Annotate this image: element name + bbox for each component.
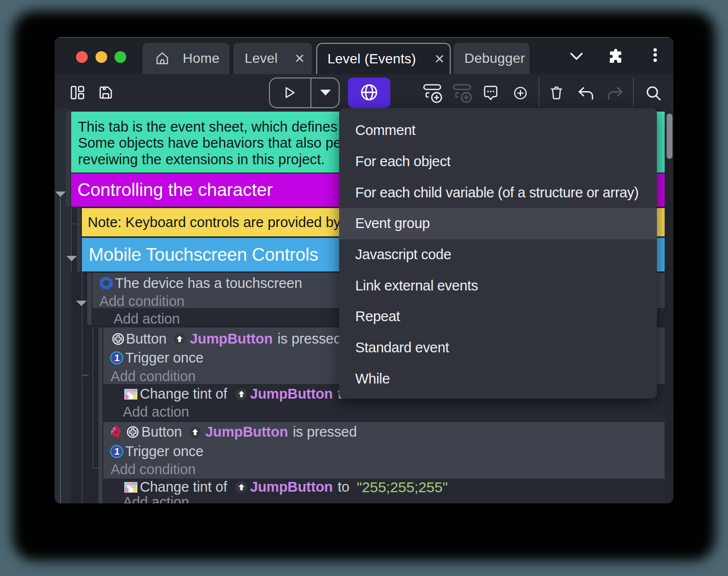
svg-text:1: 1 [114,446,120,457]
svg-text:1: 1 [114,352,120,363]
